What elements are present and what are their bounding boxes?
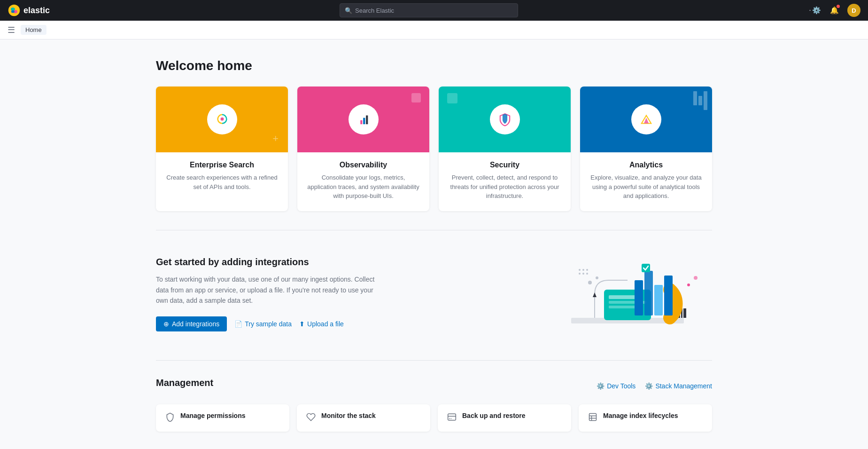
svg-rect-18 — [683, 308, 686, 318]
svg-point-3 — [11, 10, 15, 13]
top-navigation: elastic 🔍 Search Elastic ⚙️ 🔔 D — [0, 0, 868, 21]
product-cards-grid: + Enterprise Search Create search experi… — [156, 87, 712, 211]
add-integrations-button[interactable]: ⊕ Add integrations — [156, 316, 227, 331]
security-banner — [439, 87, 571, 152]
try-sample-data-button[interactable]: 📄 Try sample data — [234, 320, 292, 328]
security-body: Security Prevent, collect, detect, and r… — [439, 152, 571, 211]
enterprise-search-body: Enterprise Search Create search experien… — [156, 152, 288, 202]
manage-permissions-label: Manage permissions — [180, 412, 246, 419]
svg-rect-20 — [609, 295, 637, 299]
svg-point-28 — [588, 281, 592, 284]
upload-icon: ⬆ — [299, 320, 305, 328]
nav-icons: ⚙️ 🔔 D — [808, 4, 860, 17]
analytics-body: Analytics Explore, visualize, and analyz… — [580, 152, 712, 211]
dev-tools-icon: ⚙️ — [597, 382, 604, 390]
search-container: 🔍 Search Elastic — [55, 3, 802, 17]
svg-point-31 — [694, 276, 698, 280]
management-section: Management ⚙️ Dev Tools ⚙️ Stack Managem… — [156, 378, 712, 432]
section-divider-1 — [156, 230, 712, 230]
section-divider-2 — [156, 360, 712, 361]
index-lifecycle-label: Manage index lifecycles — [603, 412, 678, 419]
management-header: Management ⚙️ Dev Tools ⚙️ Stack Managem… — [156, 378, 712, 395]
svg-point-34 — [586, 269, 588, 271]
svg-rect-6 — [360, 120, 362, 125]
observability-banner — [297, 87, 429, 152]
svg-rect-24 — [644, 271, 653, 315]
svg-rect-27 — [642, 264, 650, 272]
backup-icon — [447, 412, 457, 424]
management-links: ⚙️ Dev Tools ⚙️ Stack Management — [597, 382, 712, 390]
analytics-icon — [631, 104, 661, 134]
security-card[interactable]: Security Prevent, collect, detect, and r… — [439, 87, 571, 211]
observability-body: Observability Consolidate your logs, met… — [297, 152, 429, 211]
security-title: Security — [448, 161, 561, 169]
plus-icon: ⊕ — [163, 320, 169, 328]
manage-permissions-card[interactable]: Manage permissions — [156, 404, 289, 432]
svg-rect-42 — [589, 413, 597, 420]
shield-icon — [165, 412, 175, 424]
notification-dot — [837, 5, 840, 8]
monitor-stack-card[interactable]: Monitor the stack — [297, 404, 430, 432]
integrations-section: Get started by adding integrations To st… — [156, 247, 712, 341]
integrations-desc: To start working with your data, use one… — [156, 274, 381, 306]
svg-rect-25 — [654, 285, 663, 315]
security-icon — [490, 104, 520, 134]
index-lifecycle-card[interactable]: Manage index lifecycles — [579, 404, 712, 432]
breadcrumb-nav: ☰ Home — [0, 21, 868, 39]
management-title: Management — [156, 378, 213, 388]
index-icon — [588, 412, 597, 424]
svg-point-36 — [582, 273, 584, 275]
upload-file-button[interactable]: ⬆ Upload a file — [299, 320, 344, 328]
analytics-title: Analytics — [589, 161, 703, 169]
integrations-title: Get started by adding integrations — [156, 257, 515, 268]
svg-rect-23 — [635, 280, 643, 315]
monitor-icon — [306, 412, 316, 424]
svg-rect-8 — [366, 116, 368, 125]
enterprise-search-card[interactable]: + Enterprise Search Create search experi… — [156, 87, 288, 211]
svg-point-35 — [579, 273, 581, 275]
user-avatar[interactable]: D — [847, 4, 860, 17]
elastic-logo-text: elastic — [23, 6, 50, 16]
stack-mgmt-icon: ⚙️ — [645, 382, 653, 390]
analytics-desc: Explore, visualize, and analyze your dat… — [589, 173, 703, 201]
svg-rect-26 — [664, 276, 673, 315]
search-bar[interactable]: 🔍 Search Elastic — [340, 3, 518, 17]
enterprise-search-title: Enterprise Search — [165, 161, 279, 169]
svg-marker-12 — [593, 292, 597, 297]
svg-point-30 — [687, 284, 690, 286]
observability-card[interactable]: Observability Consolidate your logs, met… — [297, 87, 429, 211]
integrations-illustration — [543, 247, 712, 341]
svg-rect-7 — [363, 118, 365, 125]
settings-icon-btn[interactable]: ⚙️ — [808, 4, 821, 17]
svg-rect-38 — [448, 414, 456, 420]
monitor-stack-label: Monitor the stack — [321, 412, 376, 419]
security-desc: Prevent, collect, detect, and respond to… — [448, 173, 561, 201]
enterprise-search-desc: Create search experiences with a refined… — [165, 173, 279, 191]
observability-icon — [349, 104, 379, 134]
action-buttons: ⊕ Add integrations 📄 Try sample data ⬆ U… — [156, 316, 515, 331]
file-icon: 📄 — [234, 320, 242, 328]
dev-tools-link[interactable]: ⚙️ Dev Tools — [597, 382, 636, 390]
observability-title: Observability — [307, 161, 420, 169]
svg-point-32 — [579, 269, 581, 271]
backup-restore-card[interactable]: Back up and restore — [438, 404, 571, 432]
enterprise-search-banner: + — [156, 87, 288, 152]
search-placeholder: Search Elastic — [355, 7, 394, 14]
analytics-banner — [580, 87, 712, 152]
svg-point-37 — [586, 273, 588, 275]
svg-point-5 — [220, 118, 224, 121]
notifications-icon-btn[interactable]: 🔔 — [828, 4, 841, 17]
main-content: Welcome home + Enterprise Search Cre — [133, 39, 735, 449]
stack-management-link[interactable]: ⚙️ Stack Management — [645, 382, 712, 390]
hamburger-menu[interactable]: ☰ — [6, 23, 17, 37]
svg-rect-19 — [604, 290, 651, 320]
management-cards-grid: Manage permissions Monitor the stack — [156, 404, 712, 432]
enterprise-search-icon — [207, 104, 237, 134]
analytics-card[interactable]: Analytics Explore, visualize, and analyz… — [580, 87, 712, 211]
home-breadcrumb[interactable]: Home — [21, 25, 46, 35]
svg-point-29 — [596, 276, 598, 279]
elastic-logo[interactable]: elastic — [8, 4, 50, 17]
integrations-text: Get started by adding integrations To st… — [156, 257, 515, 331]
search-icon: 🔍 — [345, 7, 352, 14]
observability-desc: Consolidate your logs, metrics, applicat… — [307, 173, 420, 201]
